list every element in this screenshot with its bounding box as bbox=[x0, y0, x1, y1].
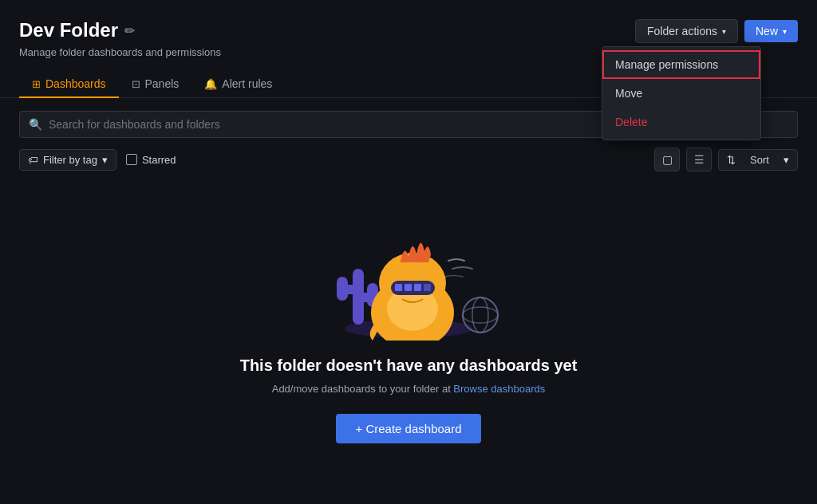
search-icon: 🔍 bbox=[29, 118, 42, 131]
tab-alert-rules[interactable]: 🔔 Alert rules bbox=[191, 71, 285, 98]
alert-icon: 🔔 bbox=[204, 78, 217, 90]
svg-point-6 bbox=[463, 297, 498, 333]
svg-point-7 bbox=[463, 307, 498, 323]
empty-state: This folder doesn't have any dashboards … bbox=[0, 181, 817, 475]
filters-row: 🏷 Filter by tag ▾ Starred ▢ ☰ ⇅ Sort ▾ bbox=[0, 138, 817, 181]
tab-alert-rules-label: Alert rules bbox=[222, 77, 272, 90]
chevron-down-icon: ▾ bbox=[783, 154, 789, 166]
starred-label: Starred bbox=[142, 154, 176, 166]
empty-state-title: This folder doesn't have any dashboards … bbox=[240, 356, 578, 375]
new-label: New bbox=[756, 25, 778, 37]
starred-filter[interactable]: Starred bbox=[126, 154, 176, 166]
manage-permissions-item[interactable]: Manage permissions bbox=[602, 50, 760, 79]
tab-panels[interactable]: ⊡ Panels bbox=[119, 71, 192, 98]
tab-dashboards-label: Dashboards bbox=[45, 77, 106, 90]
folder-actions-dropdown: Manage permissions Move Delete bbox=[602, 46, 761, 140]
sort-icon: ⇅ bbox=[727, 154, 736, 166]
filter-tag-label: Filter by tag bbox=[43, 154, 97, 166]
filters-left: 🏷 Filter by tag ▾ Starred bbox=[19, 149, 176, 171]
empty-subtitle-text: Add/move dashboards to your folder at bbox=[272, 383, 454, 395]
svg-rect-15 bbox=[414, 284, 421, 291]
grid-view-icon: ▢ bbox=[662, 153, 673, 166]
dashboards-icon: ⊞ bbox=[32, 78, 41, 90]
folder-actions-label: Folder actions bbox=[647, 25, 717, 37]
filters-right: ▢ ☰ ⇅ Sort ▾ bbox=[654, 148, 798, 171]
sort-label: Sort bbox=[750, 154, 769, 166]
empty-state-subtitle: Add/move dashboards to your folder at Br… bbox=[272, 383, 546, 395]
delete-item[interactable]: Delete bbox=[602, 108, 760, 136]
svg-rect-3 bbox=[337, 277, 348, 301]
header-actions: Folder actions ▾ New ▾ bbox=[635, 19, 798, 43]
svg-rect-16 bbox=[424, 284, 431, 291]
list-view-icon: ☰ bbox=[694, 153, 705, 166]
chevron-down-icon: ▾ bbox=[783, 27, 787, 36]
mascot-illustration bbox=[289, 197, 528, 341]
list-view-button[interactable]: ☰ bbox=[686, 148, 712, 171]
tag-icon: 🏷 bbox=[28, 154, 38, 166]
title-row: Dev Folder ✏ bbox=[19, 19, 221, 41]
starred-checkbox[interactable] bbox=[126, 154, 137, 165]
title-area: Dev Folder ✏ Manage folder dashboards an… bbox=[19, 19, 221, 58]
chevron-down-icon: ▾ bbox=[102, 154, 108, 166]
create-dashboard-button[interactable]: + Create dashboard bbox=[336, 414, 480, 443]
grid-view-button[interactable]: ▢ bbox=[654, 148, 680, 171]
tab-dashboards[interactable]: ⊞ Dashboards bbox=[19, 71, 119, 98]
filter-by-tag-button[interactable]: 🏷 Filter by tag ▾ bbox=[19, 149, 116, 171]
new-button[interactable]: New ▾ bbox=[744, 20, 798, 42]
svg-point-8 bbox=[472, 297, 488, 333]
edit-icon[interactable]: ✏ bbox=[124, 23, 135, 38]
chevron-down-icon: ▾ bbox=[722, 27, 726, 36]
panels-icon: ⊡ bbox=[132, 78, 140, 90]
page-subtitle: Manage folder dashboards and permissions bbox=[19, 46, 221, 58]
svg-rect-13 bbox=[395, 284, 402, 291]
move-item[interactable]: Move bbox=[602, 79, 760, 108]
folder-actions-button[interactable]: Folder actions ▾ bbox=[635, 19, 738, 43]
svg-rect-14 bbox=[405, 284, 412, 291]
create-dashboard-label: + Create dashboard bbox=[355, 422, 461, 435]
browse-dashboards-link[interactable]: Browse dashboards bbox=[453, 383, 545, 395]
tab-panels-label: Panels bbox=[145, 77, 180, 90]
sort-button[interactable]: ⇅ Sort ▾ bbox=[718, 149, 798, 171]
page-title: Dev Folder bbox=[19, 19, 118, 41]
